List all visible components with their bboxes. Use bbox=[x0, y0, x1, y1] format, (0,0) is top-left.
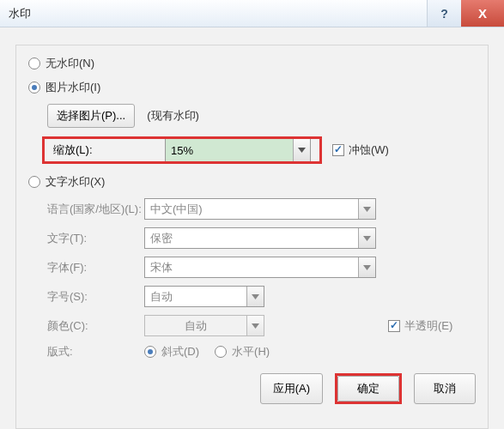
semitransparent-option: 半透明(E) bbox=[388, 318, 452, 334]
layout-row: 版式: 斜式(D) 水平(H) bbox=[28, 344, 476, 360]
radio-picture-watermark[interactable] bbox=[28, 82, 40, 94]
svg-marker-3 bbox=[363, 265, 371, 270]
layout-label: 版式: bbox=[28, 344, 144, 360]
radio-text-watermark-row: 文字水印(X) bbox=[28, 174, 476, 190]
svg-marker-1 bbox=[363, 207, 371, 212]
font-value: 宋体 bbox=[145, 260, 358, 275]
scale-highlight: 缩放(L): 15% bbox=[42, 136, 322, 164]
semitransparent-label: 半透明(E) bbox=[404, 318, 452, 334]
svg-marker-2 bbox=[363, 236, 371, 241]
radio-picture-watermark-row: 图片水印(I) bbox=[28, 80, 476, 95]
font-label: 字体(F): bbox=[28, 260, 144, 275]
size-label: 字号(S): bbox=[28, 289, 144, 305]
scale-label: 缩放(L): bbox=[45, 139, 165, 161]
radio-no-watermark-row: 无水印(N) bbox=[28, 56, 476, 71]
color-combo[interactable]: 自动 bbox=[144, 315, 264, 336]
semitransparent-checkbox[interactable] bbox=[388, 320, 400, 332]
chevron-down-icon bbox=[293, 139, 310, 161]
chevron-down-icon bbox=[246, 316, 264, 335]
dialog-content: 无水印(N) 图片水印(I) 选择图片(P)... (现有水印) 缩放(L): … bbox=[0, 27, 504, 429]
size-value: 自动 bbox=[145, 289, 246, 305]
radio-diagonal[interactable] bbox=[144, 346, 156, 358]
select-picture-button[interactable]: 选择图片(P)... bbox=[47, 104, 135, 128]
scale-row: 缩放(L): 15% 冲蚀(W) bbox=[42, 136, 476, 164]
font-row: 字体(F): 宋体 bbox=[28, 257, 476, 278]
scale-combo[interactable]: 15% bbox=[165, 139, 311, 161]
radio-horizontal-label: 水平(H) bbox=[232, 344, 270, 360]
radio-diagonal-label: 斜式(D) bbox=[161, 344, 199, 360]
apply-button[interactable]: 应用(A) bbox=[260, 373, 323, 404]
washout-label: 冲蚀(W) bbox=[349, 142, 389, 158]
dialog-buttons: 应用(A) 确定 取消 bbox=[28, 373, 476, 404]
color-label: 颜色(C): bbox=[28, 318, 144, 334]
existing-watermark-label: (现有水印) bbox=[147, 108, 199, 124]
size-combo[interactable]: 自动 bbox=[144, 286, 264, 307]
chevron-down-icon bbox=[246, 287, 264, 306]
select-picture-row: 选择图片(P)... (现有水印) bbox=[47, 104, 476, 128]
radio-picture-watermark-label: 图片水印(I) bbox=[46, 80, 100, 95]
ok-highlight: 确定 bbox=[335, 373, 402, 404]
dialog-title: 水印 bbox=[9, 6, 427, 21]
radio-text-watermark-label: 文字水印(X) bbox=[46, 174, 105, 190]
radio-text-watermark[interactable] bbox=[28, 176, 40, 188]
radio-no-watermark-label: 无水印(N) bbox=[46, 56, 94, 71]
color-value: 自动 bbox=[145, 318, 246, 334]
washout-checkbox[interactable] bbox=[332, 144, 344, 156]
text-combo[interactable]: 保密 bbox=[144, 227, 376, 249]
text-label: 文字(T): bbox=[28, 231, 144, 246]
washout-option: 冲蚀(W) bbox=[332, 142, 389, 158]
help-button[interactable]: ? bbox=[427, 0, 461, 27]
svg-marker-0 bbox=[298, 148, 306, 153]
titlebar: 水印 ? X bbox=[0, 0, 504, 27]
close-button[interactable]: X bbox=[461, 0, 504, 27]
radio-horizontal[interactable] bbox=[215, 346, 227, 358]
layout-radios: 斜式(D) 水平(H) bbox=[144, 344, 270, 360]
language-value: 中文(中国) bbox=[145, 202, 358, 217]
font-combo[interactable]: 宋体 bbox=[144, 257, 376, 278]
chevron-down-icon bbox=[358, 257, 375, 277]
text-value: 保密 bbox=[145, 231, 358, 246]
svg-marker-4 bbox=[252, 294, 259, 299]
svg-marker-5 bbox=[252, 323, 259, 329]
color-row: 颜色(C): 自动 半透明(E) bbox=[28, 315, 476, 336]
options-group: 无水印(N) 图片水印(I) 选择图片(P)... (现有水印) 缩放(L): … bbox=[15, 45, 489, 429]
ok-button[interactable]: 确定 bbox=[337, 376, 399, 402]
titlebar-buttons: ? X bbox=[427, 0, 504, 27]
chevron-down-icon bbox=[358, 199, 375, 219]
language-combo[interactable]: 中文(中国) bbox=[144, 198, 376, 220]
scale-value: 15% bbox=[166, 144, 293, 157]
language-row: 语言(国家/地区)(L): 中文(中国) bbox=[28, 198, 476, 220]
chevron-down-icon bbox=[358, 228, 375, 248]
radio-no-watermark[interactable] bbox=[28, 57, 40, 69]
watermark-dialog: 水印 ? X 无水印(N) 图片水印(I) 选择图片(P)... (现有水印) … bbox=[0, 0, 504, 429]
size-row: 字号(S): 自动 bbox=[28, 286, 476, 307]
text-row: 文字(T): 保密 bbox=[28, 227, 476, 249]
cancel-button[interactable]: 取消 bbox=[414, 373, 476, 404]
language-label: 语言(国家/地区)(L): bbox=[28, 202, 144, 217]
